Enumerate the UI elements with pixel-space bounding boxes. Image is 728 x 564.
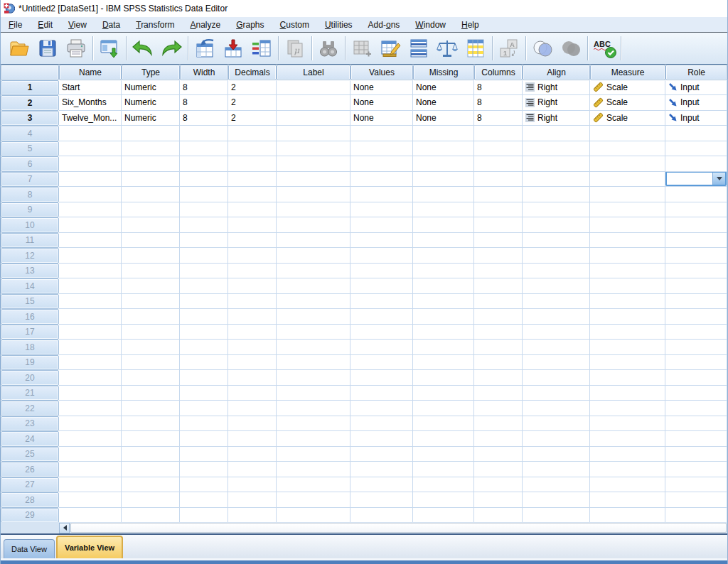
cell-width-row19[interactable] xyxy=(180,355,228,371)
cell-decimals-row18[interactable] xyxy=(228,340,277,355)
cell-align-row29[interactable] xyxy=(523,508,590,524)
cell-measure-row4[interactable] xyxy=(590,126,665,141)
cell-measure-row24[interactable] xyxy=(590,431,665,447)
column-header-role[interactable]: Role xyxy=(665,65,727,80)
cell-role-row25[interactable] xyxy=(665,447,727,462)
cell-label-row12[interactable] xyxy=(277,248,350,264)
cell-decimals-row20[interactable] xyxy=(228,370,277,386)
cell-columns-row1[interactable]: 8 xyxy=(474,80,523,96)
cell-decimals-row7[interactable] xyxy=(228,172,277,188)
column-header-measure[interactable]: Measure xyxy=(590,65,665,80)
cell-role-row28[interactable] xyxy=(665,492,727,508)
scroll-left-button[interactable] xyxy=(59,523,70,533)
undo-button[interactable] xyxy=(129,34,157,63)
cell-align-row10[interactable] xyxy=(523,217,590,233)
row-header-16[interactable]: 16 xyxy=(1,309,59,325)
cell-name-row23[interactable] xyxy=(59,416,122,432)
row-header-4[interactable]: 4 xyxy=(1,126,59,141)
variable-sets-button[interactable] xyxy=(528,34,557,63)
row-header-3[interactable]: 3 xyxy=(1,111,59,126)
cell-decimals-row15[interactable] xyxy=(228,294,277,310)
cell-label-row28[interactable] xyxy=(277,492,350,508)
cell-values-row22[interactable] xyxy=(350,401,413,416)
cell-align-row22[interactable] xyxy=(523,401,590,416)
cell-role-row3[interactable]: Input xyxy=(665,111,727,126)
cell-decimals-row26[interactable] xyxy=(228,462,277,477)
cell-role-row26[interactable] xyxy=(665,462,727,477)
row-header-5[interactable]: 5 xyxy=(1,141,59,157)
cell-align-row11[interactable] xyxy=(523,233,590,249)
cell-columns-row27[interactable] xyxy=(474,477,523,493)
cell-values-row15[interactable] xyxy=(350,294,413,310)
cell-decimals-row14[interactable] xyxy=(228,278,277,294)
cell-missing-row14[interactable] xyxy=(413,278,474,294)
cell-role-row12[interactable] xyxy=(665,248,727,264)
cell-role-row2[interactable]: Input xyxy=(665,95,727,111)
cell-decimals-row27[interactable] xyxy=(228,477,277,493)
save-button[interactable] xyxy=(33,34,62,63)
cell-width-row11[interactable] xyxy=(180,233,228,249)
menu-utilities[interactable]: Utilities xyxy=(317,18,360,31)
cell-type-row21[interactable] xyxy=(122,386,180,401)
cell-name-row6[interactable] xyxy=(59,156,122,172)
menu-data[interactable]: Data xyxy=(95,18,128,31)
row-header-8[interactable]: 8 xyxy=(1,187,59,202)
cell-columns-row19[interactable] xyxy=(474,355,523,371)
cell-columns-row29[interactable] xyxy=(474,508,523,524)
cell-width-row26[interactable] xyxy=(180,462,228,477)
row-header-23[interactable]: 23 xyxy=(1,416,59,432)
menu-add-ons[interactable]: Add-ons xyxy=(360,18,408,31)
cell-missing-row15[interactable] xyxy=(413,294,474,310)
cell-missing-row26[interactable] xyxy=(413,462,474,477)
cell-missing-row12[interactable] xyxy=(413,248,474,264)
cell-decimals-row6[interactable] xyxy=(228,156,277,172)
cell-label-row27[interactable] xyxy=(277,477,350,493)
cell-decimals-row28[interactable] xyxy=(228,492,277,508)
cell-name-row11[interactable] xyxy=(59,233,122,249)
cell-measure-row13[interactable] xyxy=(590,264,665,279)
cell-align-row5[interactable] xyxy=(523,141,590,157)
cell-values-row9[interactable] xyxy=(350,202,413,218)
cell-label-row23[interactable] xyxy=(277,416,350,432)
cell-measure-row17[interactable] xyxy=(590,325,665,340)
cell-label-row3[interactable] xyxy=(277,111,350,126)
cell-name-row24[interactable] xyxy=(59,431,122,447)
cell-role-row23[interactable] xyxy=(665,416,727,432)
cell-align-row18[interactable] xyxy=(523,340,590,355)
goto-case-button[interactable] xyxy=(191,34,219,63)
cell-values-row25[interactable] xyxy=(350,447,413,462)
cell-measure-row9[interactable] xyxy=(590,202,665,218)
column-header-name[interactable]: Name xyxy=(59,65,122,80)
menu-edit[interactable]: Edit xyxy=(30,18,60,31)
cell-role-row22[interactable] xyxy=(665,401,727,416)
cell-measure-row16[interactable] xyxy=(590,309,665,325)
cell-width-row14[interactable] xyxy=(180,278,228,294)
menu-window[interactable]: Window xyxy=(407,18,454,31)
cell-decimals-row13[interactable] xyxy=(228,264,277,279)
recall-dialogs-button[interactable] xyxy=(95,34,124,63)
cell-values-row5[interactable] xyxy=(350,141,413,157)
cell-decimals-row29[interactable] xyxy=(228,508,277,524)
cell-decimals-row17[interactable] xyxy=(228,325,277,340)
cell-columns-row16[interactable] xyxy=(474,309,523,325)
cell-type-row11[interactable] xyxy=(122,233,180,249)
cell-measure-row20[interactable] xyxy=(590,370,665,386)
cell-align-row19[interactable] xyxy=(523,355,590,371)
cell-label-row16[interactable] xyxy=(277,309,350,325)
cell-missing-row28[interactable] xyxy=(413,492,474,508)
role-combobox[interactable] xyxy=(665,172,727,187)
cell-role-row1[interactable]: Input xyxy=(665,80,727,96)
cell-align-row21[interactable] xyxy=(523,386,590,401)
cell-missing-row9[interactable] xyxy=(413,202,474,218)
cell-name-row25[interactable] xyxy=(59,447,122,462)
tab-data-view[interactable]: Data View xyxy=(4,539,55,558)
column-header-columns[interactable]: Columns xyxy=(474,65,523,80)
cell-width-row7[interactable] xyxy=(180,172,228,188)
menu-view[interactable]: View xyxy=(60,18,95,31)
cell-role-row4[interactable] xyxy=(665,126,727,141)
cell-values-row28[interactable] xyxy=(350,492,413,508)
spell-check-button[interactable]: ABC xyxy=(590,34,619,63)
column-header-missing[interactable]: Missing xyxy=(413,65,474,80)
cell-type-row25[interactable] xyxy=(122,447,180,462)
value-labels-button[interactable]: A1 xyxy=(495,34,523,63)
